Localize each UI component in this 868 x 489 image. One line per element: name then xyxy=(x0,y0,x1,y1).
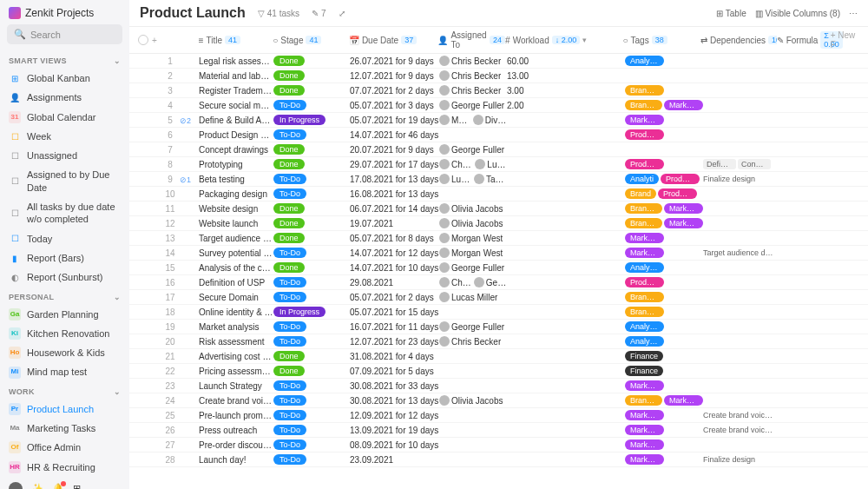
assignees[interactable]: Olivia Jacobs xyxy=(439,203,507,214)
sidebar-item-global-calendar[interactable]: 31Global Calendar xyxy=(0,108,129,127)
tag-pill[interactable]: Brand xyxy=(625,188,656,199)
assignees[interactable]: Chris Becker xyxy=(439,70,507,81)
table-row[interactable]: 12 Website launch Done 19.07.2021 Olivia… xyxy=(129,216,868,231)
sidebar-item-report-sunburst-[interactable]: ◐Report (Sunburst) xyxy=(0,268,129,287)
sidebar-item-garden-planning[interactable]: GaGarden Planning xyxy=(0,305,129,324)
task-title[interactable]: Press outreach xyxy=(199,426,273,435)
task-title[interactable]: Register Trademark xyxy=(199,86,273,96)
tag-pill[interactable]: Marketing xyxy=(625,233,664,243)
due-date[interactable]: 05.07.2021 for 3 days xyxy=(350,101,439,110)
tags-cell[interactable]: Branding xyxy=(625,85,703,96)
tag-pill[interactable]: Producti xyxy=(658,188,697,199)
brand[interactable]: Zenkit Projects xyxy=(0,5,129,24)
more-icon[interactable]: ⋯ xyxy=(849,9,858,18)
stage-pill[interactable]: Done xyxy=(273,366,305,376)
assignees[interactable]: Lucas NTanja Gi xyxy=(439,174,507,184)
sidebar-item-assignments[interactable]: 👤Assignments xyxy=(0,88,129,107)
table-row[interactable]: 26 Press outreach To-Do 13.09.2021 for 1… xyxy=(129,423,868,438)
tag-pill[interactable]: Marketing xyxy=(625,380,664,391)
table-row[interactable]: 1 Legal risk assessment Done 26.07.2021 … xyxy=(129,54,868,69)
stage-pill[interactable]: In Progress xyxy=(273,307,326,317)
table-row[interactable]: 15 Analysis of the com… Done 14.07.2021 … xyxy=(129,261,868,275)
table-row[interactable]: 18 Online identity & d… In Progress 05.0… xyxy=(129,305,868,320)
table-row[interactable]: 25 Pre-launch promoti… To-Do 12.09.2021 … xyxy=(129,408,868,423)
task-title[interactable]: Website launch xyxy=(199,219,273,228)
stage-pill[interactable]: To-Do xyxy=(273,425,306,435)
task-title[interactable]: Pricing assessment xyxy=(199,367,273,376)
due-date[interactable]: 30.08.2021 for 13 days xyxy=(350,396,439,406)
task-title[interactable]: Pre-order discounts xyxy=(199,440,273,450)
tag-pill[interactable]: Analyti xyxy=(625,174,659,184)
sidebar-item-week[interactable]: ☐Week xyxy=(0,127,129,146)
workload[interactable]: 2.00 xyxy=(507,101,625,110)
sidebar-item-all-tasks-by-due-dat[interactable]: ☐All tasks by due date w/o completed xyxy=(0,197,129,229)
assignees[interactable]: Chris BrLucas I xyxy=(439,159,507,169)
stage-pill[interactable]: Done xyxy=(273,56,305,66)
tag-pill[interactable]: Branding xyxy=(625,307,664,317)
task-title[interactable]: Analysis of the com… xyxy=(199,263,273,273)
assignees[interactable]: George Fuller xyxy=(439,262,507,273)
table-row[interactable]: 4 Secure social media… To-Do 05.07.2021 … xyxy=(129,98,868,113)
col-stage-header[interactable]: ○Stage 41 xyxy=(273,36,349,45)
tags-cell[interactable]: BrandingMarketing xyxy=(625,100,703,110)
tags-cell[interactable]: Marketing xyxy=(625,454,703,465)
tag-pill[interactable]: Marketing xyxy=(664,203,703,214)
due-date[interactable]: 16.08.2021 for 13 days xyxy=(350,189,439,199)
col-due-header[interactable]: 📅Due Date 37 xyxy=(349,36,438,45)
stage-pill[interactable]: To-Do xyxy=(273,174,306,184)
stage-pill[interactable]: In Progress xyxy=(273,115,326,125)
tags-cell[interactable]: Production xyxy=(625,277,703,287)
dependencies-cell[interactable]: Finalize design xyxy=(703,455,779,464)
stage-pill[interactable]: To-Do xyxy=(273,321,306,332)
dependency-chip[interactable]: Defini… xyxy=(703,159,736,169)
subtask-icon[interactable]: ⊘2 xyxy=(180,116,191,125)
task-title[interactable]: Create brand voice … xyxy=(199,396,273,406)
tag-pill[interactable]: Marketing xyxy=(625,439,664,450)
sidebar-item-assigned-to-by-due-d[interactable]: ☐Assigned to by Due Date xyxy=(0,165,129,197)
hdr-stat-2[interactable]: ✎7 xyxy=(312,9,326,18)
section-header-work[interactable]: WORK⌄ xyxy=(0,382,129,400)
stage-pill[interactable]: Done xyxy=(273,70,305,81)
col-assign-header[interactable]: 👤Assigned To 24 xyxy=(437,30,505,50)
task-title[interactable]: Definition of USP xyxy=(199,278,273,287)
table-row[interactable]: 13 Target audience def… Done 05.07.2021 … xyxy=(129,231,868,246)
tag-pill[interactable]: Branding xyxy=(625,203,662,214)
tags-cell[interactable]: BrandingMarketing xyxy=(625,218,703,228)
col-dep-header[interactable]: ⇄Dependencies 10 xyxy=(700,36,777,45)
dependencies-cell[interactable]: Target audience d… xyxy=(703,248,779,257)
tags-cell[interactable]: Finance xyxy=(625,366,703,376)
task-title[interactable]: Secure Domain xyxy=(199,293,273,302)
table-row[interactable]: 5 ⊘2 Define & Build Aud… In Progress 05.… xyxy=(129,113,868,128)
tag-pill[interactable]: Production xyxy=(625,159,664,169)
new-column-button[interactable]: + New F xyxy=(831,30,863,50)
workload[interactable]: 60.00 xyxy=(507,56,625,66)
task-title[interactable]: Secure social media… xyxy=(199,101,273,110)
task-title[interactable]: Prototyping xyxy=(199,160,273,169)
subtask-icon[interactable]: ⊘1 xyxy=(180,175,191,184)
stage-pill[interactable]: To-Do xyxy=(273,410,306,420)
assignees[interactable]: MorgarDivya C xyxy=(439,115,507,125)
stage-pill[interactable]: Done xyxy=(273,262,305,273)
col-tags-header[interactable]: ○Tags 38 xyxy=(622,36,700,45)
table-row[interactable]: 17 Secure Domain To-Do 05.07.2021 for 2 … xyxy=(129,290,868,305)
tags-cell[interactable]: Analytics xyxy=(625,56,703,66)
assignees[interactable]: Morgan West xyxy=(439,248,507,258)
due-date[interactable]: 12.07.2021 for 23 days xyxy=(350,337,439,347)
table-row[interactable]: 28 Launch day! To-Do 23.09.2021 Marketin… xyxy=(129,453,868,467)
tags-cell[interactable]: AnalytiProducti xyxy=(625,174,703,184)
tags-cell[interactable]: Marketing xyxy=(625,115,703,125)
task-title[interactable]: Legal risk assessment xyxy=(199,56,273,66)
due-date[interactable]: 19.07.2021 xyxy=(350,219,439,228)
stage-pill[interactable]: Done xyxy=(273,203,305,214)
tags-cell[interactable]: Analytics xyxy=(625,336,703,347)
tag-pill[interactable]: Producti xyxy=(661,174,700,184)
assignees[interactable]: Chris BGeorge xyxy=(439,277,507,287)
assignees[interactable]: Morgan West xyxy=(439,233,507,243)
tag-pill[interactable]: Marketing xyxy=(625,454,664,465)
sidebar-item-mind-map-test[interactable]: MiMind map test xyxy=(0,362,129,381)
due-date[interactable]: 31.08.2021 for 4 days xyxy=(350,352,439,361)
assignees[interactable]: Lucas Miller xyxy=(439,292,507,302)
workload[interactable]: 13.00 xyxy=(507,71,625,81)
tags-cell[interactable]: Marketing xyxy=(625,248,703,258)
stage-pill[interactable]: To-Do xyxy=(273,100,306,110)
